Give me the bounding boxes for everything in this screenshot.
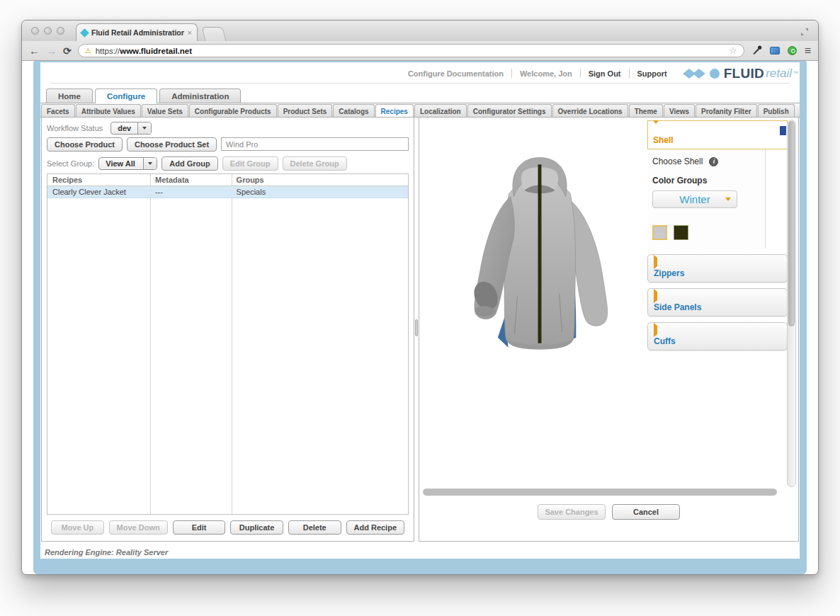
bookmark-star-icon[interactable]: ☆ <box>729 46 737 55</box>
splitter-handle[interactable] <box>415 319 418 336</box>
option-accordion: Shell Choose Shell i Color Groups <box>647 120 788 350</box>
swatch-light-gray[interactable] <box>652 225 667 240</box>
column-header-metadata: Metadata <box>150 174 232 186</box>
select-group-dropdown[interactable]: View All <box>98 157 157 170</box>
tab-configurator-settings[interactable]: Configurator Settings <box>467 104 552 118</box>
welcome-user-label: Welcome, Jon <box>513 69 579 78</box>
extension-icons: ≡ <box>752 45 811 57</box>
chevron-right-icon <box>654 255 657 269</box>
move-down-button[interactable]: Move Down <box>109 520 168 535</box>
forward-icon[interactable]: → <box>46 45 57 56</box>
tab-configurable-products[interactable]: Configurable Products <box>189 104 277 118</box>
vertical-scrollbar-thumb[interactable] <box>788 121 795 326</box>
tab-close-icon[interactable]: × <box>188 29 192 37</box>
reader-extension-icon[interactable] <box>770 47 780 55</box>
delete-group-button[interactable]: Delete Group <box>283 156 347 171</box>
accordion-section-cuffs[interactable]: Cuffs <box>647 322 788 350</box>
accordion-section-side-panels[interactable]: Side Panels <box>647 288 788 316</box>
add-recipe-button[interactable]: Add Recipe <box>346 520 405 535</box>
browser-tab[interactable]: Fluid Retail Administration S × <box>76 23 198 41</box>
logo-diamonds-icon <box>682 67 720 80</box>
tab-views[interactable]: Views <box>664 104 695 118</box>
browser-window: Fluid Retail Administration S × ← → ⟳ ⚠ … <box>21 20 819 575</box>
configure-documentation-link[interactable]: Configure Documentation <box>402 69 510 78</box>
separator <box>580 69 581 78</box>
cancel-button[interactable]: Cancel <box>612 504 680 520</box>
workflow-status-dropdown[interactable]: dev <box>110 122 152 135</box>
tab-configure[interactable]: Configure <box>95 89 157 103</box>
choose-shell-label: Choose Shell <box>652 156 703 166</box>
url-scheme: https:// <box>96 47 120 55</box>
new-tab-button[interactable] <box>202 27 227 41</box>
tab-facets[interactable]: Facets <box>41 104 75 118</box>
fluid-retail-logo: FLUID retail ™ <box>682 66 798 81</box>
horizontal-scrollbar-thumb[interactable] <box>423 489 777 496</box>
horizontal-scrollbar[interactable] <box>423 489 784 496</box>
recipe-name-cell: Clearly Clever Jacket <box>47 186 150 198</box>
side-panels-section-label: Side Panels <box>654 302 781 312</box>
table-row[interactable]: Clearly Clever Jacket --- Specials <box>47 186 408 198</box>
choose-product-set-button[interactable]: Choose Product Set <box>127 137 217 152</box>
back-icon[interactable]: ← <box>29 45 40 56</box>
save-changes-button[interactable]: Save Changes <box>538 504 606 520</box>
group-row: Select Group: View All Add Group Edit Gr… <box>47 156 347 171</box>
choose-product-button[interactable]: Choose Product <box>47 137 123 152</box>
tab-publish[interactable]: Publish <box>758 104 795 118</box>
zippers-section-label: Zippers <box>654 268 781 278</box>
tab-product-sets[interactable]: Product Sets <box>278 104 333 118</box>
reload-icon[interactable]: ⟳ <box>63 46 72 56</box>
choose-shell-row: Choose Shell i <box>652 156 760 166</box>
zoom-button[interactable] <box>57 27 64 35</box>
tab-recipes[interactable]: Recipes <box>375 104 414 118</box>
shell-scrollbar-thumb[interactable] <box>780 126 786 135</box>
info-icon[interactable]: i <box>709 157 718 166</box>
move-up-button[interactable]: Move Up <box>51 520 104 535</box>
product-name-input[interactable] <box>221 137 409 151</box>
add-group-button[interactable]: Add Group <box>161 156 217 171</box>
address-bar[interactable]: ⚠ https://www.fluidretail.net ☆ <box>78 44 744 57</box>
support-link[interactable]: Support <box>631 69 674 78</box>
column-divider <box>150 174 151 514</box>
security-warning-icon[interactable]: ⚠ <box>85 47 91 55</box>
color-group-value: Winter <box>679 193 710 205</box>
tab-catalogs[interactable]: Catalogs <box>333 104 374 118</box>
shell-section-body: Choose Shell i Color Groups Winter <box>647 149 766 249</box>
configurator-panel: Shell Choose Shell i Color Groups <box>419 116 799 542</box>
accordion-section-shell[interactable]: Shell <box>647 120 788 149</box>
main-tabs: Home Configure Administration <box>46 89 800 103</box>
tab-theme[interactable]: Theme <box>629 104 663 118</box>
minimize-button[interactable] <box>44 27 52 35</box>
tab-administration[interactable]: Administration <box>159 89 241 103</box>
chevron-right-icon <box>654 323 657 337</box>
tab-profanity-filter[interactable]: Profanity Filter <box>696 104 757 118</box>
edit-group-button[interactable]: Edit Group <box>222 156 278 171</box>
recipes-panel: Workflow Status dev Choose Product Choos… <box>41 116 414 542</box>
color-swatches <box>652 225 760 240</box>
tab-value-sets[interactable]: Value Sets <box>142 104 188 118</box>
stopwatch-extension-icon[interactable] <box>788 46 797 55</box>
menu-icon[interactable]: ≡ <box>805 45 811 57</box>
jacket-render <box>441 130 639 381</box>
close-button[interactable] <box>31 27 39 35</box>
window-controls <box>31 27 64 35</box>
app-header: Configure Documentation Welcome, Jon Sig… <box>40 62 800 81</box>
recipe-groups-cell: Specials <box>232 186 408 198</box>
accordion-section-zippers[interactable]: Zippers <box>647 254 788 283</box>
sign-out-link[interactable]: Sign Out <box>582 69 628 78</box>
tab-localization[interactable]: Localization <box>414 104 467 118</box>
content-area: Workflow Status dev Choose Product Choos… <box>41 116 799 542</box>
delete-button[interactable]: Delete <box>288 520 341 535</box>
tab-attribute-values[interactable]: Attribute Values <box>76 104 141 118</box>
color-group-dropdown[interactable]: Winter <box>652 190 737 208</box>
duplicate-button[interactable]: Duplicate <box>230 520 283 535</box>
edit-button[interactable]: Edit <box>173 520 226 535</box>
swatch-dark-olive[interactable] <box>674 225 688 240</box>
vertical-scrollbar[interactable] <box>787 120 796 487</box>
eyedropper-icon[interactable] <box>752 45 762 57</box>
tab-home[interactable]: Home <box>46 89 93 103</box>
select-group-value: View All <box>99 158 143 169</box>
expand-window-icon[interactable] <box>800 26 809 39</box>
tab-title: Fluid Retail Administration S <box>91 28 184 37</box>
tab-override-locations[interactable]: Override Locations <box>552 104 628 118</box>
workflow-status-label: Workflow Status <box>47 124 103 132</box>
